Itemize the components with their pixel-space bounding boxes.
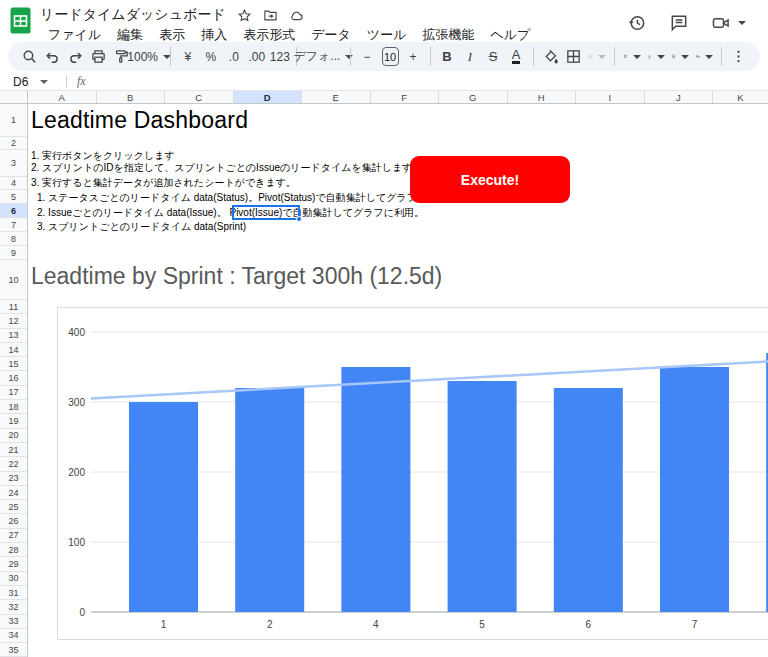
row-header-32[interactable]: 32 bbox=[0, 600, 27, 614]
row-header-9[interactable]: 9 bbox=[0, 246, 27, 260]
menu-item-4[interactable]: 表示形式 bbox=[235, 25, 303, 45]
menu-item-8[interactable]: ヘルプ bbox=[482, 25, 538, 45]
fill-color-button[interactable] bbox=[539, 45, 562, 69]
row-header-27[interactable]: 27 bbox=[0, 529, 27, 543]
meet-button[interactable] bbox=[711, 13, 746, 33]
doc-title[interactable]: リードタイムダッシュボード bbox=[40, 6, 226, 24]
column-header-B[interactable]: B bbox=[97, 91, 166, 104]
row-header-8[interactable]: 8 bbox=[0, 232, 27, 246]
row-header-31[interactable]: 31 bbox=[0, 586, 27, 600]
undo-button[interactable] bbox=[41, 45, 64, 69]
decrease-decimal-button[interactable]: .0 bbox=[222, 45, 245, 69]
svg-text:7: 7 bbox=[692, 619, 698, 630]
row-header-20[interactable]: 20 bbox=[0, 429, 27, 443]
cell-selection-d6[interactable] bbox=[232, 205, 300, 220]
star-icon[interactable] bbox=[237, 8, 252, 23]
row-header-3[interactable]: 3 bbox=[0, 150, 27, 177]
row-header-34[interactable]: 34 bbox=[0, 629, 27, 643]
text-wrap-button[interactable] bbox=[668, 45, 692, 69]
increase-font-size-button[interactable]: + bbox=[402, 45, 425, 69]
row-header-26[interactable]: 26 bbox=[0, 514, 27, 528]
merge-cells-button[interactable] bbox=[585, 45, 609, 69]
sprint-leadtime-chart[interactable]: 0100200300400124567 bbox=[57, 307, 768, 640]
cloud-save-status-icon[interactable] bbox=[289, 8, 304, 23]
menu-item-2[interactable]: 表示 bbox=[151, 25, 193, 45]
format-currency-button[interactable]: ¥ bbox=[176, 45, 199, 69]
row-header-15[interactable]: 15 bbox=[0, 357, 27, 371]
text-rotation-button[interactable] bbox=[692, 45, 716, 69]
row-header-5[interactable]: 5 bbox=[0, 190, 27, 204]
column-header-A[interactable]: A bbox=[28, 91, 97, 104]
move-folder-icon[interactable] bbox=[263, 8, 278, 23]
redo-button[interactable] bbox=[64, 45, 87, 69]
row-header-14[interactable]: 14 bbox=[0, 343, 27, 357]
menu-item-7[interactable]: 拡張機能 bbox=[414, 25, 482, 45]
row-header-24[interactable]: 24 bbox=[0, 486, 27, 500]
row-header-21[interactable]: 21 bbox=[0, 443, 27, 457]
column-headers: ABCDEFGHIJK bbox=[28, 91, 768, 104]
menu-item-6[interactable]: ツール bbox=[359, 25, 415, 45]
row-header-18[interactable]: 18 bbox=[0, 400, 27, 414]
row-header-22[interactable]: 22 bbox=[0, 457, 27, 471]
row-header-13[interactable]: 13 bbox=[0, 329, 27, 343]
row-header-25[interactable]: 25 bbox=[0, 500, 27, 514]
row-header-19[interactable]: 19 bbox=[0, 414, 27, 428]
vertical-align-button[interactable] bbox=[644, 45, 668, 69]
column-header-H[interactable]: H bbox=[508, 91, 577, 104]
row-header-4[interactable]: 4 bbox=[0, 177, 27, 190]
column-header-E[interactable]: E bbox=[302, 91, 371, 104]
borders-button[interactable] bbox=[562, 45, 585, 69]
row-header-33[interactable]: 33 bbox=[0, 615, 27, 629]
print-button[interactable] bbox=[87, 45, 110, 69]
select-all-corner[interactable] bbox=[0, 91, 28, 104]
format-percent-button[interactable]: % bbox=[199, 45, 222, 69]
search-button[interactable] bbox=[18, 45, 41, 69]
fill-handle[interactable] bbox=[296, 216, 302, 222]
bold-button[interactable]: B bbox=[436, 45, 459, 69]
column-header-J[interactable]: J bbox=[645, 91, 714, 104]
row-header-11[interactable]: 11 bbox=[0, 300, 27, 314]
sheets-logo-icon[interactable] bbox=[10, 7, 31, 34]
comments-icon[interactable] bbox=[669, 13, 689, 33]
more-formats-button[interactable]: 123 bbox=[268, 45, 291, 69]
row-header-29[interactable]: 29 bbox=[0, 557, 27, 571]
row-header-35[interactable]: 35 bbox=[0, 643, 27, 657]
decrease-font-size-button[interactable]: − bbox=[356, 45, 379, 69]
row-header-7[interactable]: 7 bbox=[0, 218, 27, 232]
column-header-F[interactable]: F bbox=[371, 91, 440, 104]
row-header-28[interactable]: 28 bbox=[0, 543, 27, 557]
text-color-button[interactable]: A bbox=[505, 45, 528, 69]
row-header-23[interactable]: 23 bbox=[0, 472, 27, 486]
row-header-10[interactable]: 10 bbox=[0, 260, 27, 300]
font-select[interactable]: デフォ... bbox=[302, 45, 344, 69]
version-history-icon[interactable] bbox=[627, 13, 647, 33]
row-header-17[interactable]: 17 bbox=[0, 386, 27, 400]
strikethrough-button[interactable]: S bbox=[482, 45, 505, 69]
menu-item-3[interactable]: 挿入 bbox=[193, 25, 235, 45]
menu-item-0[interactable]: ファイル bbox=[40, 25, 109, 45]
menu-item-5[interactable]: データ bbox=[303, 25, 359, 45]
row-header-30[interactable]: 30 bbox=[0, 572, 27, 586]
row-header-2[interactable]: 2 bbox=[0, 137, 27, 150]
row-header-6[interactable]: 6 bbox=[0, 204, 27, 218]
execute-button[interactable]: Execute! bbox=[410, 156, 570, 203]
more-toolbar-button[interactable] bbox=[727, 45, 750, 69]
row-header-16[interactable]: 16 bbox=[0, 371, 27, 385]
column-header-D[interactable]: D bbox=[234, 91, 303, 104]
font-size-input[interactable]: 10 bbox=[379, 45, 402, 69]
sheet-canvas[interactable]: Leadtime Dashboard 1. 実行ボタンをクリックします 2. ス… bbox=[28, 104, 768, 657]
horizontal-align-button[interactable] bbox=[620, 45, 644, 69]
column-header-I[interactable]: I bbox=[576, 91, 645, 104]
row-header-1[interactable]: 1 bbox=[0, 104, 27, 137]
column-header-K[interactable]: K bbox=[713, 91, 768, 104]
sprint-chart-svg: 0100200300400124567 bbox=[58, 308, 768, 640]
italic-button[interactable]: I bbox=[459, 45, 482, 69]
name-box[interactable]: D6 bbox=[0, 75, 58, 89]
menu-item-1[interactable]: 編集 bbox=[109, 25, 151, 45]
increase-decimal-button[interactable]: .00 bbox=[245, 45, 268, 69]
column-header-C[interactable]: C bbox=[165, 91, 234, 104]
zoom-select[interactable]: 100% bbox=[133, 45, 165, 69]
svg-text:200: 200 bbox=[68, 467, 85, 478]
row-header-12[interactable]: 12 bbox=[0, 314, 27, 328]
column-header-G[interactable]: G bbox=[439, 91, 508, 104]
